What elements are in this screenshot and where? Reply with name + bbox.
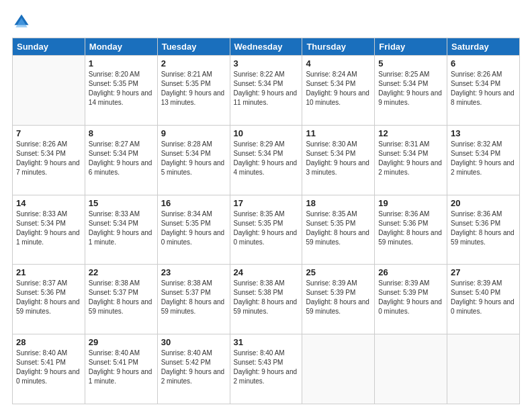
day-number: 22 — [89, 267, 154, 277]
calendar-cell: 29Sunrise: 8:40 AMSunset: 5:41 PMDayligh… — [85, 334, 157, 404]
calendar-cell: 17Sunrise: 8:35 AMSunset: 5:35 PMDayligh… — [230, 195, 302, 265]
day-number: 17 — [234, 198, 299, 208]
calendar-cell: 1Sunrise: 8:20 AMSunset: 5:35 PMDaylight… — [85, 56, 157, 126]
calendar-week-row: 14Sunrise: 8:33 AMSunset: 5:34 PMDayligh… — [13, 195, 520, 265]
calendar-cell — [375, 334, 447, 404]
day-info: Sunrise: 8:28 AMSunset: 5:34 PMDaylight:… — [161, 140, 226, 177]
calendar-cell: 12Sunrise: 8:31 AMSunset: 5:34 PMDayligh… — [375, 125, 447, 195]
calendar-cell: 24Sunrise: 8:38 AMSunset: 5:38 PMDayligh… — [230, 265, 302, 334]
day-info: Sunrise: 8:40 AMSunset: 5:42 PMDaylight:… — [161, 349, 226, 386]
calendar-header-row: SundayMondayTuesdayWednesdayThursdayFrid… — [13, 38, 520, 56]
day-info: Sunrise: 8:31 AMSunset: 5:34 PMDaylight:… — [378, 140, 443, 177]
day-info: Sunrise: 8:24 AMSunset: 5:34 PMDaylight:… — [306, 70, 371, 107]
day-info: Sunrise: 8:29 AMSunset: 5:34 PMDaylight:… — [234, 140, 299, 177]
calendar-cell: 25Sunrise: 8:39 AMSunset: 5:39 PMDayligh… — [302, 265, 375, 334]
column-header-tuesday: Tuesday — [157, 38, 230, 56]
day-number: 13 — [451, 128, 516, 138]
calendar-cell: 22Sunrise: 8:38 AMSunset: 5:37 PMDayligh… — [85, 265, 157, 334]
day-number: 9 — [161, 128, 226, 138]
day-info: Sunrise: 8:30 AMSunset: 5:34 PMDaylight:… — [306, 140, 371, 177]
day-info: Sunrise: 8:38 AMSunset: 5:37 PMDaylight:… — [161, 279, 226, 316]
day-info: Sunrise: 8:39 AMSunset: 5:40 PMDaylight:… — [451, 279, 516, 316]
column-header-friday: Friday — [375, 38, 447, 56]
calendar-cell: 20Sunrise: 8:36 AMSunset: 5:36 PMDayligh… — [447, 195, 520, 265]
calendar-cell: 28Sunrise: 8:40 AMSunset: 5:41 PMDayligh… — [13, 334, 85, 404]
day-number: 7 — [16, 128, 81, 138]
day-number: 31 — [234, 337, 299, 347]
calendar-cell: 16Sunrise: 8:34 AMSunset: 5:35 PMDayligh… — [157, 195, 230, 265]
day-info: Sunrise: 8:34 AMSunset: 5:35 PMDaylight:… — [161, 210, 226, 247]
day-info: Sunrise: 8:36 AMSunset: 5:36 PMDaylight:… — [378, 210, 443, 247]
day-info: Sunrise: 8:26 AMSunset: 5:34 PMDaylight:… — [451, 70, 516, 107]
day-number: 11 — [306, 128, 371, 138]
day-number: 3 — [234, 58, 299, 68]
day-info: Sunrise: 8:21 AMSunset: 5:35 PMDaylight:… — [161, 70, 226, 107]
day-info: Sunrise: 8:39 AMSunset: 5:39 PMDaylight:… — [306, 279, 371, 316]
calendar-week-row: 7Sunrise: 8:26 AMSunset: 5:34 PMDaylight… — [13, 125, 520, 195]
calendar-cell: 4Sunrise: 8:24 AMSunset: 5:34 PMDaylight… — [302, 56, 375, 126]
calendar-cell: 14Sunrise: 8:33 AMSunset: 5:34 PMDayligh… — [13, 195, 85, 265]
day-number: 10 — [234, 128, 299, 138]
day-info: Sunrise: 8:33 AMSunset: 5:34 PMDaylight:… — [89, 210, 154, 247]
day-number: 26 — [378, 267, 443, 277]
calendar-week-row: 1Sunrise: 8:20 AMSunset: 5:35 PMDaylight… — [13, 56, 520, 126]
calendar-cell: 23Sunrise: 8:38 AMSunset: 5:37 PMDayligh… — [157, 265, 230, 334]
day-info: Sunrise: 8:39 AMSunset: 5:39 PMDaylight:… — [378, 279, 443, 316]
day-number: 29 — [89, 337, 154, 347]
page-header — [12, 12, 520, 31]
calendar-cell: 30Sunrise: 8:40 AMSunset: 5:42 PMDayligh… — [157, 334, 230, 404]
calendar-cell — [302, 334, 375, 404]
logo-icon — [12, 12, 31, 31]
calendar-cell — [447, 334, 520, 404]
day-info: Sunrise: 8:25 AMSunset: 5:34 PMDaylight:… — [378, 70, 443, 107]
day-number: 20 — [451, 198, 516, 208]
logo — [12, 12, 34, 31]
calendar-cell: 5Sunrise: 8:25 AMSunset: 5:34 PMDaylight… — [375, 56, 447, 126]
day-number: 4 — [306, 58, 371, 68]
day-number: 18 — [306, 198, 371, 208]
day-info: Sunrise: 8:20 AMSunset: 5:35 PMDaylight:… — [89, 70, 154, 107]
calendar-week-row: 21Sunrise: 8:37 AMSunset: 5:36 PMDayligh… — [13, 265, 520, 334]
calendar-cell: 27Sunrise: 8:39 AMSunset: 5:40 PMDayligh… — [447, 265, 520, 334]
column-header-saturday: Saturday — [447, 38, 520, 56]
calendar-cell: 8Sunrise: 8:27 AMSunset: 5:34 PMDaylight… — [85, 125, 157, 195]
day-info: Sunrise: 8:36 AMSunset: 5:36 PMDaylight:… — [451, 210, 516, 247]
day-info: Sunrise: 8:40 AMSunset: 5:41 PMDaylight:… — [16, 349, 81, 386]
calendar-cell: 31Sunrise: 8:40 AMSunset: 5:43 PMDayligh… — [230, 334, 302, 404]
calendar-cell: 11Sunrise: 8:30 AMSunset: 5:34 PMDayligh… — [302, 125, 375, 195]
calendar-cell: 13Sunrise: 8:32 AMSunset: 5:34 PMDayligh… — [447, 125, 520, 195]
calendar-cell: 19Sunrise: 8:36 AMSunset: 5:36 PMDayligh… — [375, 195, 447, 265]
day-number: 12 — [378, 128, 443, 138]
calendar-table: SundayMondayTuesdayWednesdayThursdayFrid… — [12, 38, 520, 404]
day-info: Sunrise: 8:37 AMSunset: 5:36 PMDaylight:… — [16, 279, 81, 316]
day-info: Sunrise: 8:33 AMSunset: 5:34 PMDaylight:… — [16, 210, 81, 247]
day-info: Sunrise: 8:38 AMSunset: 5:38 PMDaylight:… — [234, 279, 299, 316]
day-info: Sunrise: 8:22 AMSunset: 5:34 PMDaylight:… — [234, 70, 299, 107]
day-number: 23 — [161, 267, 226, 277]
day-number: 6 — [451, 58, 516, 68]
day-number: 25 — [306, 267, 371, 277]
day-number: 19 — [378, 198, 443, 208]
calendar-cell — [13, 56, 85, 126]
calendar-cell: 3Sunrise: 8:22 AMSunset: 5:34 PMDaylight… — [230, 56, 302, 126]
day-info: Sunrise: 8:32 AMSunset: 5:34 PMDaylight:… — [451, 140, 516, 177]
column-header-monday: Monday — [85, 38, 157, 56]
day-info: Sunrise: 8:38 AMSunset: 5:37 PMDaylight:… — [89, 279, 154, 316]
day-number: 5 — [378, 58, 443, 68]
calendar-cell: 6Sunrise: 8:26 AMSunset: 5:34 PMDaylight… — [447, 56, 520, 126]
calendar-cell: 21Sunrise: 8:37 AMSunset: 5:36 PMDayligh… — [13, 265, 85, 334]
day-number: 16 — [161, 198, 226, 208]
day-number: 14 — [16, 198, 81, 208]
day-info: Sunrise: 8:35 AMSunset: 5:35 PMDaylight:… — [234, 210, 299, 247]
calendar-week-row: 28Sunrise: 8:40 AMSunset: 5:41 PMDayligh… — [13, 334, 520, 404]
day-number: 24 — [234, 267, 299, 277]
column-header-wednesday: Wednesday — [230, 38, 302, 56]
calendar-cell: 10Sunrise: 8:29 AMSunset: 5:34 PMDayligh… — [230, 125, 302, 195]
column-header-sunday: Sunday — [13, 38, 85, 56]
calendar-cell: 7Sunrise: 8:26 AMSunset: 5:34 PMDaylight… — [13, 125, 85, 195]
calendar-cell: 18Sunrise: 8:35 AMSunset: 5:35 PMDayligh… — [302, 195, 375, 265]
calendar-cell: 15Sunrise: 8:33 AMSunset: 5:34 PMDayligh… — [85, 195, 157, 265]
day-number: 27 — [451, 267, 516, 277]
day-info: Sunrise: 8:27 AMSunset: 5:34 PMDaylight:… — [89, 140, 154, 177]
column-header-thursday: Thursday — [302, 38, 375, 56]
